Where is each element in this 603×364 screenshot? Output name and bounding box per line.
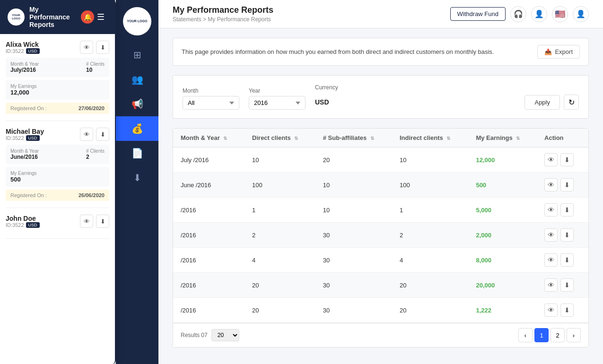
client-view-btn-3[interactable]: 👁 (80, 215, 93, 228)
sidebar-item-reports[interactable]: 💰 (116, 116, 158, 141)
client-name-1: Alixa Wick (6, 41, 40, 48)
cell-month-year: /2016 (173, 198, 245, 223)
cell-sub-affiliates: 10 (315, 198, 392, 223)
topbar: My Performance Reports Statements > My P… (158, 0, 603, 28)
registered-row-2: Registered On : 26/06/2020 (6, 190, 109, 201)
table-header-row: Month & Year ⇅ Direct clients ⇅ # Sub-af… (173, 129, 588, 147)
col-direct-clients: Direct clients ⇅ (245, 129, 315, 147)
table-row: /2016 4 30 4 8,000 👁 ⬇ (173, 248, 588, 273)
sidebar-item-campaigns[interactable]: 📢 (116, 92, 158, 116)
cell-direct-clients: 2 (245, 223, 315, 248)
cell-sub-affiliates: 20 (315, 147, 392, 173)
col-indirect-clients: Indirect clients ⇅ (392, 129, 468, 147)
sort-indirect-icon[interactable]: ⇅ (446, 136, 450, 141)
view-button[interactable]: 👁 (544, 153, 558, 166)
col-month-year: Month & Year ⇅ (173, 129, 245, 147)
currency-label: Currency (315, 84, 338, 91)
client-view-btn-2[interactable]: 👁 (80, 128, 93, 141)
panel-header: YOUR LOGO My Performance Reports 🔔 ☰ (0, 0, 115, 34)
sidebar-item-dashboard[interactable]: ⊞ (116, 43, 158, 67)
headset-icon[interactable]: 🎧 (510, 6, 526, 22)
reg-date-1: 27/06/2020 (79, 105, 105, 111)
sidebar-item-statements[interactable]: 📄 (116, 141, 158, 165)
cell-action: 👁 ⬇ (537, 223, 588, 248)
panel-menu-icon[interactable]: ☰ (94, 10, 107, 24)
notifications-icon[interactable]: 👤 (531, 6, 547, 22)
export-button[interactable]: 📤 Export (537, 45, 580, 59)
col-sub-affiliates: # Sub-affiliates ⇅ (315, 129, 392, 147)
cell-earnings: 8,000 (468, 248, 537, 273)
cell-sub-affiliates: 10 (315, 173, 392, 198)
cell-indirect-clients: 10 (392, 147, 468, 173)
client-download-btn-1[interactable]: ⬇ (96, 41, 109, 54)
client-actions-2: 👁 ⬇ (80, 128, 109, 141)
download-button[interactable]: ⬇ (560, 203, 574, 217)
earnings-value-1: 12,000 (10, 89, 105, 96)
view-button[interactable]: 👁 (544, 303, 558, 317)
cell-direct-clients: 100 (245, 173, 315, 198)
per-page-select[interactable]: 20 50 100 (211, 329, 239, 341)
sidebar-item-users[interactable]: 👥 (116, 67, 158, 92)
panel-logo: YOUR LOGO (8, 9, 25, 26)
client-download-btn-3[interactable]: ⬇ (96, 215, 109, 228)
download-button[interactable]: ⬇ (560, 253, 574, 267)
download-button[interactable]: ⬇ (560, 228, 574, 242)
cell-direct-clients: 4 (245, 248, 315, 273)
download-button[interactable]: ⬇ (560, 153, 574, 166)
download-button[interactable]: ⬇ (560, 178, 574, 191)
month-select[interactable]: All January February March April May Jun… (183, 96, 239, 110)
cell-action: 👁 ⬇ (537, 298, 588, 323)
next-page-button[interactable]: › (567, 328, 581, 342)
panel-bell-icon[interactable]: 🔔 (81, 10, 94, 24)
download-button[interactable]: ⬇ (560, 303, 574, 317)
sort-month-year-icon[interactable]: ⇅ (223, 136, 227, 141)
month-label: Month (183, 87, 239, 94)
table-row: /2016 2 30 2 2,000 👁 ⬇ (173, 223, 588, 248)
client-view-btn-1[interactable]: 👁 (80, 41, 93, 54)
table-row: /2016 20 30 20 1,222 👁 ⬇ (173, 298, 588, 323)
sidebar: YOUR LOGO ⊞ 👥 📢 💰 📄 ⬇ (116, 0, 158, 364)
sidebar-item-extra[interactable]: ⬇ (116, 165, 158, 190)
apply-button[interactable]: Apply (524, 95, 560, 110)
withdraw-fund-button[interactable]: Withdraw Fund (450, 7, 506, 21)
year-select[interactable]: 2016 2017 2018 2019 2020 (249, 96, 306, 110)
cell-action: 👁 ⬇ (537, 198, 588, 223)
view-button[interactable]: 👁 (544, 228, 558, 242)
cell-month-year: July /2016 (173, 147, 245, 173)
client-name-2: Michael Bay (6, 128, 44, 135)
refresh-button[interactable]: ↻ (564, 95, 579, 110)
client-download-btn-2[interactable]: ⬇ (96, 128, 109, 141)
row-action-btns: 👁 ⬇ (544, 278, 581, 292)
view-button[interactable]: 👁 (544, 203, 558, 217)
table-body: July /2016 10 20 10 12,000 👁 ⬇ June /201… (173, 147, 588, 323)
page-1-button[interactable]: 1 (534, 328, 549, 342)
sort-earnings-icon[interactable]: ⇅ (516, 136, 520, 141)
cell-direct-clients: 1 (245, 198, 315, 223)
cell-indirect-clients: 4 (392, 248, 468, 273)
cell-month-year: /2016 (173, 223, 245, 248)
month-filter-group: Month All January February March April M… (183, 87, 239, 110)
page-2-button[interactable]: 2 (551, 328, 565, 342)
table-row: /2016 1 10 1 5,000 👁 ⬇ (173, 198, 588, 223)
results-text: Results 07 (181, 332, 208, 338)
client-currency-3: USD (26, 222, 40, 228)
view-button[interactable]: 👁 (544, 178, 558, 191)
client-header-3: John Doe ID:3522 USD 👁 ⬇ (6, 215, 109, 228)
sort-direct-icon[interactable]: ⇅ (294, 136, 298, 141)
language-flag-icon[interactable]: 🇺🇸 (552, 6, 568, 22)
download-button[interactable]: ⬇ (560, 278, 574, 292)
client-currency-2: USD (26, 135, 40, 141)
prev-page-button[interactable]: ‹ (518, 328, 533, 342)
user-profile-icon[interactable]: 👤 (573, 6, 589, 22)
view-button[interactable]: 👁 (544, 253, 558, 267)
cell-earnings: 12,000 (468, 147, 537, 173)
cell-direct-clients: 20 (245, 273, 315, 298)
view-button[interactable]: 👁 (544, 278, 558, 292)
topbar-actions: Withdraw Fund 🎧 👤 🇺🇸 👤 (450, 6, 589, 22)
sort-sub-icon[interactable]: ⇅ (370, 136, 374, 141)
panel-body: Alixa Wick ID:3522 USD 👁 ⬇ Month & Year … (0, 34, 115, 364)
topbar-title: My Performance Reports Statements > My P… (173, 5, 273, 23)
cell-indirect-clients: 20 (392, 273, 468, 298)
client-actions-3: 👁 ⬇ (80, 215, 109, 228)
cell-direct-clients: 20 (245, 298, 315, 323)
